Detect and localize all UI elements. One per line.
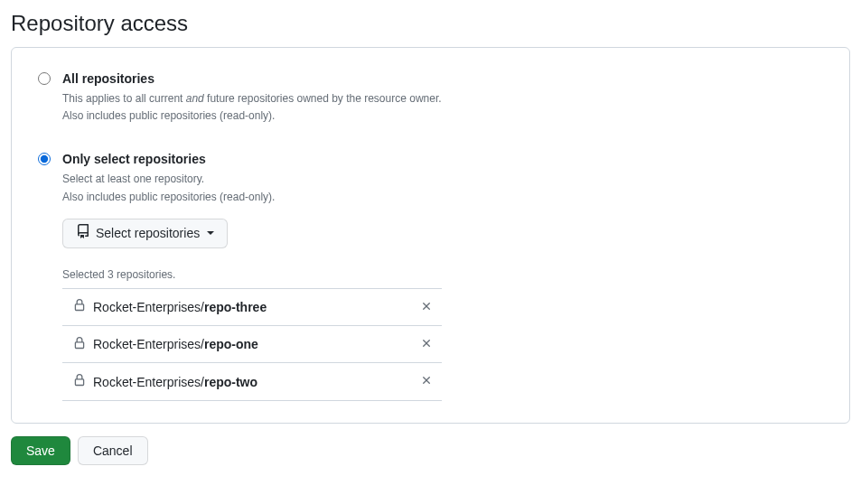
- select-repositories-button[interactable]: Select repositories: [62, 219, 228, 248]
- repository-access-panel: All repositories This applies to all cur…: [11, 47, 850, 424]
- radio-select-repositories[interactable]: [38, 153, 51, 165]
- repo-icon: [76, 224, 90, 243]
- repo-name: repo-one: [204, 337, 258, 351]
- option-all-title: All repositories: [62, 70, 828, 89]
- lock-icon: [73, 337, 86, 352]
- lock-icon: [73, 374, 86, 389]
- repo-name: repo-three: [204, 300, 267, 314]
- list-item: Rocket-Enterprises/repo-one: [62, 325, 442, 362]
- remove-repo-button[interactable]: [418, 335, 435, 353]
- select-repositories-label: Select repositories: [96, 224, 200, 242]
- repo-owner: Rocket-Enterprises/: [93, 337, 204, 351]
- caret-down-icon: [207, 231, 214, 235]
- cancel-button[interactable]: Cancel: [78, 436, 148, 465]
- option-select-title: Only select repositories: [62, 150, 828, 169]
- repo-owner: Rocket-Enterprises/: [93, 375, 204, 389]
- selected-repo-list: Rocket-Enterprises/repo-three: [62, 288, 442, 401]
- close-icon: [420, 374, 433, 388]
- list-item: Rocket-Enterprises/repo-two: [62, 362, 442, 400]
- list-item: Rocket-Enterprises/repo-three: [62, 288, 442, 325]
- option-all-description: This applies to all current and future r…: [62, 90, 828, 125]
- remove-repo-button[interactable]: [418, 298, 435, 316]
- selected-count-text: Selected 3 repositories.: [62, 268, 828, 281]
- remove-repo-button[interactable]: [418, 372, 435, 390]
- radio-all-repositories[interactable]: [38, 72, 51, 85]
- close-icon: [420, 300, 433, 314]
- option-all-repositories: All repositories This applies to all cur…: [33, 70, 828, 125]
- option-select-description: Select at least one repository. Also inc…: [62, 171, 828, 205]
- page-title: Repository access: [11, 11, 850, 36]
- save-button[interactable]: Save: [11, 436, 70, 465]
- option-select-repositories: Only select repositories Select at least…: [33, 150, 828, 400]
- repo-owner: Rocket-Enterprises/: [93, 300, 204, 314]
- lock-icon: [73, 299, 86, 314]
- action-buttons: Save Cancel: [11, 436, 850, 465]
- repo-name: repo-two: [204, 375, 257, 389]
- close-icon: [420, 337, 433, 351]
